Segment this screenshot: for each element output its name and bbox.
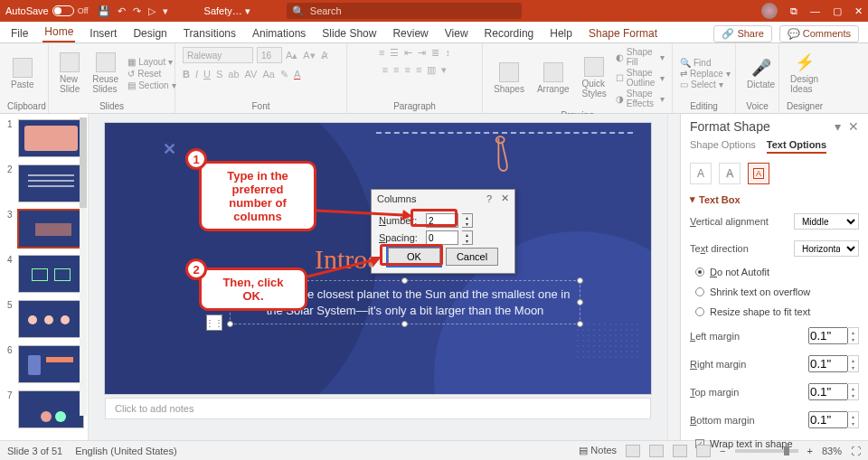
thumb-scrollbar[interactable] <box>80 117 87 416</box>
tab-design[interactable]: Design <box>131 24 168 42</box>
text-effects-tab-icon[interactable]: A <box>719 163 741 184</box>
replace-button[interactable]: ⇄ Replace ▾ <box>680 69 731 79</box>
spinner-icon[interactable]: ▴▾ <box>848 411 859 428</box>
indent-decrease-icon[interactable]: ⇤ <box>404 47 412 59</box>
shrink-font-icon[interactable]: A▾ <box>303 50 315 61</box>
share-button[interactable]: 🔗 Share <box>713 25 771 42</box>
thumb-7[interactable]: 7 <box>7 390 84 428</box>
tab-review[interactable]: Review <box>391 24 429 42</box>
layout-button[interactable]: ▦ Layout ▾ <box>127 57 175 67</box>
spinner-icon[interactable]: ▴▾ <box>848 383 859 400</box>
top-margin-input[interactable] <box>808 383 848 400</box>
spinner-icon[interactable]: ▴▾ <box>848 327 859 344</box>
slide-counter[interactable]: Slide 3 of 51 <box>7 446 62 456</box>
quick-styles-button[interactable]: Quick Styles <box>579 55 610 100</box>
new-slide-button[interactable]: New Slide <box>56 51 83 96</box>
thumb-1[interactable]: 1 <box>7 119 84 157</box>
font-color-icon[interactable]: A <box>294 69 300 80</box>
subtab-shape-options[interactable]: Shape Options <box>690 139 756 154</box>
case-icon[interactable]: Aa <box>262 69 274 80</box>
char-spacing-icon[interactable]: AV <box>245 69 258 80</box>
textbox-tab-icon[interactable]: A <box>748 163 769 184</box>
shape-fill-button[interactable]: ◐ Shape Fill ▾ <box>616 47 665 67</box>
highlight-icon[interactable]: ✎ <box>280 69 288 80</box>
align-left-icon[interactable]: ≡ <box>382 64 388 76</box>
tab-view[interactable]: View <box>443 24 470 42</box>
resize-handle[interactable] <box>577 299 583 305</box>
thumb-2[interactable]: 2 <box>7 164 84 202</box>
shape-outline-button[interactable]: ☐ Shape Outline ▾ <box>616 68 665 88</box>
paste-button[interactable]: Paste <box>7 56 38 91</box>
thumb-6[interactable]: 6 <box>7 345 84 383</box>
select-button[interactable]: ▭ Select ▾ <box>680 80 731 89</box>
bottom-margin-input[interactable] <box>808 411 848 428</box>
close-icon[interactable]: ✕ <box>854 5 863 17</box>
reuse-slides-button[interactable]: Reuse Slides <box>89 51 122 96</box>
italic-icon[interactable]: I <box>195 69 198 80</box>
textdir-select[interactable]: Horizontal <box>794 240 859 257</box>
zoom-level[interactable]: 83% <box>822 446 842 456</box>
left-margin-input[interactable] <box>808 327 848 344</box>
autofit-resize-radio[interactable]: Resize shape to fit text <box>695 306 859 317</box>
find-button[interactable]: 🔍 Find <box>680 58 731 68</box>
section-button[interactable]: ▤ Section ▾ <box>127 80 175 90</box>
zoom-in-icon[interactable]: + <box>807 446 813 456</box>
document-title[interactable]: Safety… ▾ <box>204 5 250 17</box>
pane-close-icon[interactable]: ✕ <box>848 119 859 134</box>
columns-icon[interactable]: ▥ <box>427 64 436 76</box>
autofit-shrink-radio[interactable]: Shrink text on overflow <box>695 286 859 297</box>
font-name-combo[interactable] <box>183 47 253 63</box>
thumb-3[interactable]: 3 <box>7 210 84 248</box>
language-indicator[interactable]: English (United States) <box>75 446 177 456</box>
clear-format-icon[interactable]: A̷ <box>321 50 328 61</box>
grow-font-icon[interactable]: A▴ <box>286 50 297 61</box>
ribbon-display-icon[interactable]: ⧉ <box>790 5 797 17</box>
resize-handle[interactable] <box>401 277 408 284</box>
tab-animations[interactable]: Animations <box>250 24 307 42</box>
pane-dropdown-icon[interactable]: ▾ <box>835 119 841 134</box>
spacing-input[interactable] <box>426 230 458 245</box>
valign-select[interactable]: Middle <box>794 213 859 230</box>
normal-view-icon[interactable] <box>626 445 640 457</box>
subtab-text-options[interactable]: Text Options <box>767 139 826 154</box>
shadow-icon[interactable]: ab <box>228 69 239 80</box>
bold-icon[interactable]: B <box>183 69 190 80</box>
text-fill-tab-icon[interactable]: A <box>690 163 712 184</box>
textbox-floating-toolbar[interactable]: ⋮⋮ <box>206 314 222 331</box>
autofit-none-radio[interactable]: Do not Autofit <box>695 267 859 277</box>
autosave-switch-icon[interactable] <box>52 5 74 16</box>
strike-icon[interactable]: S <box>216 69 222 80</box>
tab-home[interactable]: Home <box>42 23 75 42</box>
section-text-box[interactable]: ▾Text Box <box>690 193 859 205</box>
undo-icon[interactable]: ↶ <box>118 5 126 17</box>
thumb-5[interactable]: 5 <box>7 300 84 338</box>
spinner-icon[interactable]: ▴▾ <box>462 213 473 228</box>
canvas-scrollbar[interactable] <box>667 114 680 440</box>
redo-icon[interactable]: ↷ <box>133 5 141 17</box>
slideshow-icon[interactable]: ▷ <box>148 5 156 17</box>
align-right-icon[interactable]: ≡ <box>405 64 410 76</box>
justify-icon[interactable]: ≡ <box>416 64 421 76</box>
tab-transitions[interactable]: Transitions <box>182 24 238 42</box>
notes-toggle[interactable]: ▤ Notes <box>579 445 617 456</box>
indent-increase-icon[interactable]: ⇥ <box>418 47 426 59</box>
resize-handle[interactable] <box>577 277 583 284</box>
numbering-icon[interactable]: ☰ <box>390 47 399 59</box>
bullets-icon[interactable]: ≡ <box>379 47 384 59</box>
smartart-icon[interactable]: ▾ <box>441 64 447 76</box>
reset-button[interactable]: ↺ Reset <box>127 69 175 79</box>
sorter-view-icon[interactable] <box>649 445 664 457</box>
thumb-4[interactable]: 4 <box>7 255 84 293</box>
slideshow-view-icon[interactable] <box>696 445 711 457</box>
font-size-combo[interactable] <box>257 47 282 63</box>
zoom-out-icon[interactable]: − <box>720 446 725 456</box>
reading-view-icon[interactable] <box>673 445 687 457</box>
autosave-toggle[interactable]: AutoSave Off <box>5 5 89 16</box>
tab-recording[interactable]: Recording <box>483 24 536 42</box>
maximize-icon[interactable]: ▢ <box>833 5 842 17</box>
dialog-close-icon[interactable]: ✕ <box>501 192 509 204</box>
arrange-button[interactable]: Arrange <box>533 61 573 96</box>
line-spacing-icon[interactable]: ≣ <box>431 47 439 59</box>
tab-slideshow[interactable]: Slide Show <box>320 24 378 42</box>
text-direction-icon[interactable]: ↕ <box>445 47 450 59</box>
